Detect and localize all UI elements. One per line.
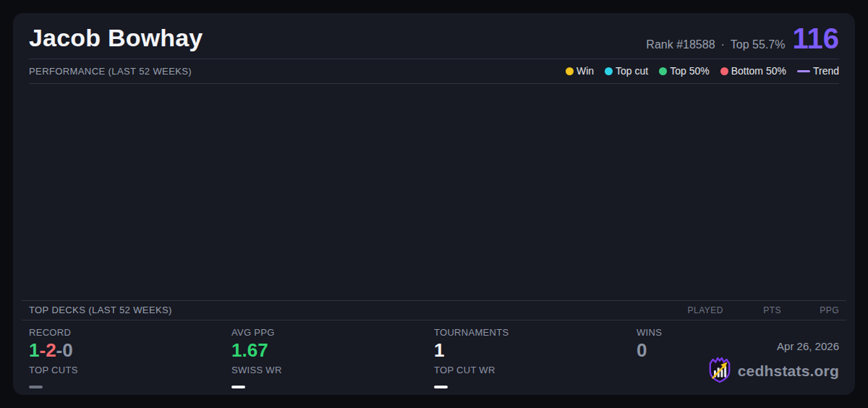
brand: cedhstats.org <box>707 356 839 386</box>
legend-item-label: Trend <box>813 65 839 77</box>
legend-dot-icon <box>566 67 574 75</box>
legend-dot-icon <box>720 67 728 75</box>
rank-separator: · <box>721 38 725 51</box>
footer: Apr 26, 2026 cedhstats.org <box>707 340 839 386</box>
stat-tournaments-value: 1 <box>434 340 637 361</box>
stat-swiss-wr-label: SWISS WR <box>231 365 434 375</box>
legend-item-trend: Trend <box>797 65 839 77</box>
top-decks-columns: PLAYED PTS PPG <box>665 305 839 315</box>
top-decks-header-row: TOP DECKS (LAST 52 WEEKS) PLAYED PTS PPG <box>22 300 846 320</box>
stat-top-cuts-label: TOP CUTS <box>29 365 231 375</box>
card-header: Jacob Bowhay Rank #18588 · Top 55.7% 116 <box>29 13 839 59</box>
stat-wins-label: WINS <box>637 327 839 338</box>
legend-item-label: Win <box>576 65 594 77</box>
performance-title: PERFORMANCE (LAST 52 WEEKS) <box>29 66 192 77</box>
record-part: - <box>56 339 63 361</box>
rank-label: Rank #18588 <box>646 38 715 51</box>
player-score: 116 <box>792 25 839 51</box>
top-percent-label: Top 55.7% <box>731 38 786 51</box>
legend-item-label: Top cut <box>616 65 648 77</box>
stat-tournaments: TOURNAMENTS 1 <box>434 327 637 365</box>
record-part: 1 <box>29 339 39 361</box>
stat-avg-ppg-label: AVG PPG <box>231 327 434 338</box>
site-name: cedhstats.org <box>738 362 839 380</box>
legend-line-swatch <box>797 70 810 72</box>
stat-swiss-wr: SWISS WR <box>231 365 434 395</box>
legend-dot-icon <box>605 67 613 75</box>
stat-avg-ppg-value: 1.67 <box>231 340 434 361</box>
stat-top-cuts: TOP CUTS <box>29 365 231 395</box>
performance-chart-empty <box>13 84 855 300</box>
legend-item-top-cut: Top cut <box>605 65 648 77</box>
record-part: 2 <box>46 339 56 361</box>
column-header-played: PLAYED <box>665 305 723 315</box>
stat-swiss-wr-empty-dash <box>231 386 245 388</box>
stat-tournaments-label: TOURNAMENTS <box>434 327 637 338</box>
rank-line: Rank #18588 · Top 55.7% <box>646 38 785 51</box>
column-header-ppg: PPG <box>781 305 839 315</box>
stat-avg-ppg: AVG PPG 1.67 <box>231 327 434 365</box>
stat-record: RECORD 1-2-0 <box>29 327 231 365</box>
top-decks-title: TOP DECKS (LAST 52 WEEKS) <box>29 305 172 315</box>
record-part: - <box>39 339 46 361</box>
record-part: 0 <box>62 339 72 361</box>
legend-item-win: Win <box>566 65 594 77</box>
performance-header-row: PERFORMANCE (LAST 52 WEEKS) WinTop cutTo… <box>29 59 839 84</box>
header-right: Rank #18588 · Top 55.7% 116 <box>646 25 839 51</box>
stat-top-cut-wr-label: TOP CUT WR <box>434 365 637 375</box>
stat-record-label: RECORD <box>29 327 231 338</box>
legend-item-label: Bottom 50% <box>731 65 786 77</box>
stat-top-cuts-empty-dash <box>29 386 43 388</box>
legend-dot-icon <box>659 67 667 75</box>
column-header-pts: PTS <box>723 305 781 315</box>
player-name: Jacob Bowhay <box>29 25 203 51</box>
legend-item-bottom-50-: Bottom 50% <box>720 65 786 77</box>
stat-record-value: 1-2-0 <box>29 340 231 361</box>
player-stats-card: Jacob Bowhay Rank #18588 · Top 55.7% 116… <box>13 13 855 395</box>
report-date: Apr 26, 2026 <box>707 340 839 352</box>
chart-legend: WinTop cutTop 50%Bottom 50%Trend <box>566 65 839 77</box>
stat-top-cut-wr: TOP CUT WR <box>434 365 637 395</box>
legend-item-top-50-: Top 50% <box>659 65 709 77</box>
cedhstats-logo-icon <box>707 356 732 386</box>
legend-item-label: Top 50% <box>670 65 709 77</box>
stat-top-cut-wr-empty-dash <box>434 386 448 388</box>
